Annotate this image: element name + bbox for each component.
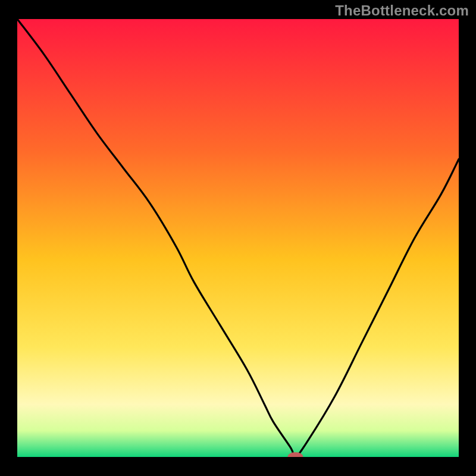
watermark-text: TheBottleneck.com [335,2,469,19]
chart-frame: { "watermark": "TheBottleneck.com", "cha… [0,0,476,476]
minimum-marker [287,452,303,462]
bottleneck-chart [0,0,476,476]
plot-background [17,19,459,457]
